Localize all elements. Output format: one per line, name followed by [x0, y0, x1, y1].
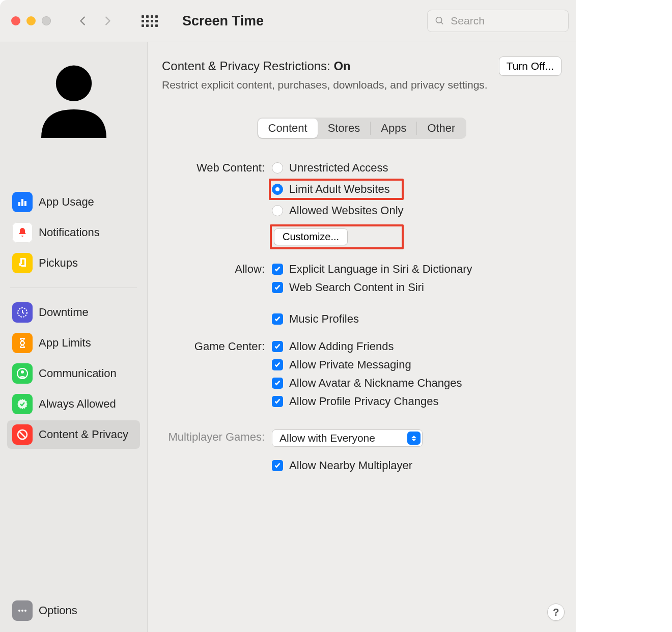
check-gc-profile[interactable]: Allow Profile Privacy Changes: [272, 394, 462, 409]
checkmark-icon: [272, 396, 283, 407]
sidebar-item-app-limits[interactable]: App Limits: [7, 329, 140, 357]
search-icon: [435, 15, 444, 26]
back-icon[interactable]: [77, 15, 89, 26]
nav-arrows: [77, 15, 113, 26]
svg-rect-4: [21, 199, 23, 206]
titlebar: Screen Time: [0, 0, 576, 42]
content-pane: Content & Privacy Restrictions: On Turn …: [148, 42, 576, 632]
check-label: Allow Private Messaging: [289, 357, 411, 372]
sidebar-item-label: Options: [39, 604, 77, 617]
check-gc-messaging[interactable]: Allow Private Messaging: [272, 357, 462, 372]
tab-other[interactable]: Other: [417, 119, 465, 138]
search-input[interactable]: [450, 14, 561, 27]
svg-point-13: [24, 610, 26, 612]
chevron-up-down-icon: [407, 432, 421, 445]
checkmark-icon: [272, 359, 283, 370]
search-field[interactable]: [427, 10, 569, 32]
svg-rect-3: [18, 202, 20, 206]
close-window-button[interactable]: [11, 16, 20, 25]
sidebar-item-options[interactable]: Options: [7, 596, 140, 625]
person-icon: [33, 61, 115, 142]
radio-allowed-only[interactable]: Allowed Websites Only: [272, 203, 404, 218]
check-gc-friends[interactable]: Allow Adding Friends: [272, 339, 462, 354]
check-label: Web Search Content in Siri: [289, 280, 424, 295]
multiplayer-label: Multiplayer Games:: [162, 429, 272, 444]
sidebar-item-content-privacy[interactable]: Content & Privacy: [7, 420, 140, 449]
tab-stores[interactable]: Stores: [318, 119, 371, 138]
pickup-icon: [12, 253, 33, 273]
svg-line-1: [441, 22, 443, 24]
window-title: Screen Time: [182, 13, 264, 29]
ellipsis-icon: [12, 600, 33, 621]
game-center-label: Game Center:: [162, 339, 272, 353]
sidebar-item-label: Communication: [39, 367, 117, 380]
checkmark-icon: [272, 264, 283, 275]
user-avatar: [7, 61, 140, 142]
checkmark-icon: [272, 313, 283, 325]
help-button[interactable]: ?: [547, 604, 565, 621]
sidebar-item-label: App Limits: [39, 336, 91, 350]
sidebar-item-always-allowed[interactable]: Always Allowed: [7, 390, 140, 418]
sidebar-item-app-usage[interactable]: App Usage: [7, 188, 140, 216]
checkmark-icon: [272, 282, 283, 293]
turn-off-button[interactable]: Turn Off...: [499, 56, 562, 76]
sidebar-item-pickups[interactable]: Pickups: [7, 249, 140, 277]
svg-point-11: [18, 610, 20, 612]
radio-icon: [272, 184, 283, 195]
svg-line-10: [19, 432, 25, 438]
checkmark-icon: [272, 378, 283, 389]
svg-point-12: [21, 610, 23, 612]
tab-apps[interactable]: Apps: [371, 119, 416, 138]
check-siri-explicit[interactable]: Explicit Language in Siri & Dictionary: [272, 262, 472, 277]
zoom-window-button[interactable]: [42, 16, 51, 25]
tab-content[interactable]: Content: [258, 119, 318, 138]
svg-point-8: [21, 370, 24, 374]
highlight-box: Limit Adult Websites: [269, 179, 404, 200]
multiplayer-select[interactable]: Allow with Everyone: [272, 429, 423, 447]
web-content-label: Web Content:: [162, 160, 272, 175]
checkmark-icon: [272, 460, 283, 471]
sidebar-item-label: Content & Privacy: [39, 428, 128, 441]
check-label: Allow Avatar & Nickname Changes: [289, 376, 462, 391]
check-gc-avatar[interactable]: Allow Avatar & Nickname Changes: [272, 376, 462, 391]
section-heading: Content & Privacy Restrictions: On: [162, 59, 351, 73]
section-description: Restrict explicit content, purchases, do…: [162, 79, 562, 91]
prefs-window: Screen Time App Usage: [0, 0, 576, 632]
sidebar-item-label: Always Allowed: [39, 397, 116, 411]
customize-button[interactable]: Customize...: [274, 228, 348, 245]
sidebar-item-label: Pickups: [39, 256, 78, 270]
check-label: Allow Nearby Multiplayer: [289, 458, 412, 473]
svg-point-2: [55, 66, 91, 101]
checkmark-icon: [272, 341, 283, 352]
check-label: Allow Adding Friends: [289, 339, 394, 354]
clock-icon: [12, 302, 33, 323]
show-all-icon[interactable]: [142, 15, 158, 27]
window-controls: [11, 16, 51, 25]
checkmark-seal-icon: [12, 394, 33, 414]
sidebar-item-label: Notifications: [39, 226, 100, 239]
radio-limit-adult[interactable]: Limit Adult Websites: [272, 182, 397, 197]
radio-label: Unrestricted Access: [289, 160, 388, 176]
select-value: Allow with Everyone: [279, 432, 375, 444]
allow-label: Allow:: [162, 262, 272, 276]
sidebar-item-communication[interactable]: Communication: [7, 359, 140, 388]
check-label: Explicit Language in Siri & Dictionary: [289, 262, 472, 277]
highlight-box: Customize...: [270, 224, 404, 249]
tab-bar: Content Stores Apps Other: [257, 118, 467, 139]
radio-icon: [272, 162, 283, 174]
no-sign-icon: [12, 424, 33, 445]
check-music-profiles[interactable]: Music Profiles: [272, 311, 472, 327]
bar-chart-icon: [12, 192, 33, 212]
bell-icon: [12, 222, 33, 243]
check-label: Music Profiles: [289, 311, 359, 327]
sidebar-item-downtime[interactable]: Downtime: [7, 298, 140, 327]
check-siri-web[interactable]: Web Search Content in Siri: [272, 280, 472, 295]
sidebar-item-label: App Usage: [39, 195, 94, 209]
sidebar-item-notifications[interactable]: Notifications: [7, 218, 140, 247]
check-nearby-multiplayer[interactable]: Allow Nearby Multiplayer: [272, 458, 423, 473]
minimize-window-button[interactable]: [26, 16, 36, 25]
person-circle-icon: [12, 363, 33, 384]
check-label: Allow Profile Privacy Changes: [289, 394, 438, 409]
radio-unrestricted[interactable]: Unrestricted Access: [272, 160, 404, 176]
forward-icon[interactable]: [102, 15, 113, 26]
